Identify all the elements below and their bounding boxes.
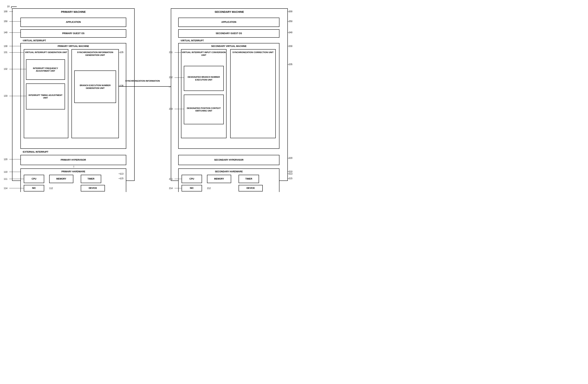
ref-150: 150 [4,20,7,23]
ref-200: 200 [289,10,293,13]
sync-info-gen-label: SYNCHRONIZATION INFORMATION GENERATION U… [72,51,118,57]
sync-info-label: SYNCHRONIZATION INFORMATION [122,80,163,82]
ref-213: 213 [289,173,293,175]
diagram: 10 PRIMARY MACHINE 100 APPLICATION 150 P… [0,0,294,192]
primary-memory-box: MEMORY [49,175,73,183]
secondary-nic-box: NIC [182,185,202,192]
secondary-cpu-label: CPU [189,177,194,180]
primary-guest-os-label: PRIMARY GUEST OS [62,32,84,35]
primary-device-box: DEVICE [81,185,105,192]
primary-app-label: APPLICATION [66,21,81,24]
primary-app-box: APPLICATION [21,18,126,27]
ref-220: 220 [289,157,293,159]
desig-pos-label: DESIGNATED POSITION CONTEXT SWITCHING UN… [184,107,223,112]
desig-pos-box: DESIGNATED POSITION CONTEXT SWITCHING UN… [184,95,224,124]
ref-132: 132 [4,68,7,70]
secondary-device-label: DEVICE [247,187,255,190]
ref-112: 112 [49,187,53,190]
primary-hypervisor-box: PRIMARY HYPERVISOR [21,155,126,165]
secondary-cpu-box: CPU [182,175,202,183]
ref-110: 110 [4,171,7,173]
ref-232: 232 [169,76,173,79]
ref-10: 10 [7,5,9,8]
ref-130: 130 [4,45,7,47]
branch-exec-gen-label: BRANCH EXECUTION NUMBER GENERATION UNIT [75,84,116,89]
primary-cpu-box: CPU [24,175,44,183]
primary-guest-os-box: PRIMARY GUEST OS [21,29,126,38]
sync-corr-box: SYNCHRONIZATION CORRECTION UNIT [230,49,276,138]
secondary-hypervisor-box: SECONDARY HYPERVISOR [178,155,279,165]
primary-memory-label: MEMORY [56,177,66,180]
primary-external-interrupt-label: ↑EXTERNAL INTERRUPT [22,151,48,153]
ref-115: 115 [120,177,124,180]
secondary-app-box: APPLICATION [178,18,279,27]
desig-branch-label: DESIGNATED BRANCH NUMBER EXECUTION UNIT [184,76,223,81]
int-freq-adj-label: INTERRUPT FREQUENCY ADJUSTMENT UNIT [26,67,65,72]
secondary-memory-box: MEMORY [207,175,231,183]
ref-214: 214 [169,187,173,190]
ref-235: 235 [289,63,293,66]
virt-int-input-box: VIRTUAL INTERRUPT INPUT CONVERSION UNIT [181,49,227,138]
secondary-machine-label: SECONDARY MACHINE [215,10,244,14]
secondary-timer-box: TIMER [239,175,259,183]
ref-250: 250 [289,20,293,23]
int-timing-adj-label: INTERRUPT TIMING ADJUSTMENT UNIT [26,94,65,99]
ref-140: 140 [4,31,7,34]
secondary-nic-label: NIC [190,187,194,190]
secondary-hardware-label: SECONDARY HARDWARE [215,170,243,173]
ref-230: 230 [289,45,293,47]
primary-timer-label: TIMER [87,177,94,180]
primary-machine-label: PRIMARY MACHINE [61,10,85,14]
primary-device-label: DEVICE [89,187,97,190]
secondary-vm-label: SECONDARY VIRTUAL MACHINE [211,45,246,48]
ref-240: 240 [289,31,293,34]
primary-cpu-label: CPU [32,177,36,180]
ref-114: 114 [4,187,7,190]
secondary-app-label: APPLICATION [221,21,236,24]
secondary-device-box: DEVICE [239,185,263,192]
primary-timer-box: TIMER [81,175,101,183]
ref-111: 111 [4,178,7,180]
ref-231: 231 [169,51,173,54]
sync-arrow-line [119,86,171,87]
primary-nic-label: NIC [32,187,36,190]
primary-virtual-interrupt-label: ↑VIRTUAL INTERRUPT [22,39,46,42]
ref-131: 131 [4,51,7,54]
ref-133: 133 [4,95,7,97]
ref-120: 120 [4,158,7,161]
secondary-memory-label: MEMORY [214,177,224,180]
secondary-hypervisor-label: SECONDARY HYPERVISOR [214,159,244,162]
virt-int-input-label: VIRTUAL INTERRUPT INPUT CONVERSION UNIT [181,51,226,57]
int-timing-adj-box: INTERRUPT TIMING ADJUSTMENT UNIT [26,83,65,109]
secondary-timer-label: TIMER [245,177,252,180]
ref-211: 211 [169,178,173,180]
virt-int-gen-label: VIRTUAL INTERRUPT GENERATION UNIT [25,51,67,54]
sync-corr-label: SYNCHRONIZATION CORRECTION UNIT [232,51,273,54]
ref-113: 113 [120,173,124,175]
ref-100: 100 [4,10,7,13]
primary-vm-label: PRIMARY VIRTUAL MACHINE [58,45,89,48]
sync-arrowhead: → [168,85,171,89]
secondary-guest-os-box: SECONDARY GUEST OS [178,29,279,38]
branch-exec-gen-box: BRANCH EXECUTION NUMBER GENERATION UNIT [74,71,116,103]
hw-to-hypervisor-arrow: ↑ [73,165,75,169]
ref-233: 233 [169,108,173,110]
primary-nic-box: NIC [24,185,44,192]
primary-hardware-label: PRIMARY HARDWARE [62,170,85,173]
ref-215: 215 [289,177,293,180]
int-freq-adj-box: INTERRUPT FREQUENCY ADJUSTMENT UNIT [26,59,65,80]
desig-branch-box: DESIGNATED BRANCH NUMBER EXECUTION UNIT [184,66,224,91]
ref-212: 212 [207,187,211,190]
ref-135: 135 [120,51,124,54]
secondary-guest-os-label: SECONDARY GUEST OS [216,32,242,35]
primary-hypervisor-label: PRIMARY HYPERVISOR [61,159,86,162]
secondary-virtual-interrupt-label: ↑VIRTUAL INTERRUPT [180,39,204,42]
